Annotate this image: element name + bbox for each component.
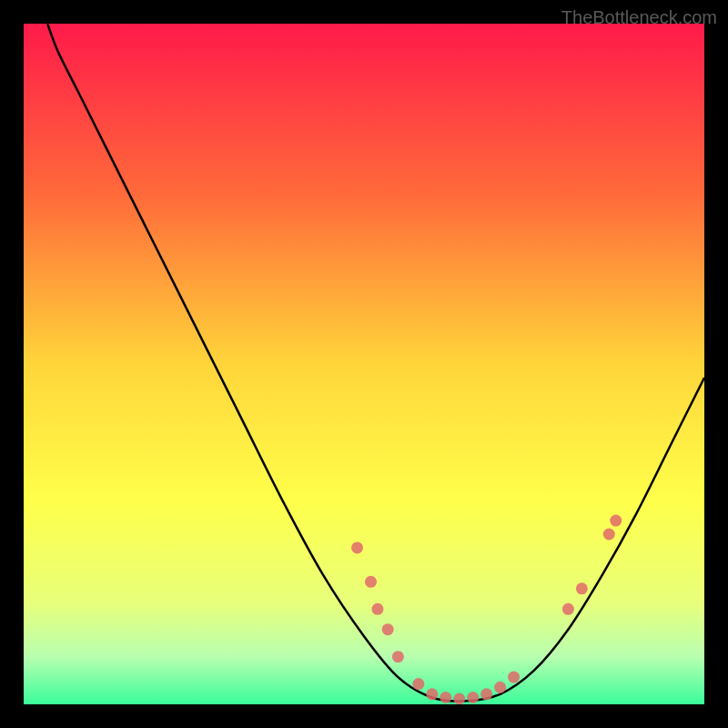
data-point <box>610 515 622 527</box>
data-point <box>426 688 438 700</box>
data-point <box>412 678 424 690</box>
data-point <box>453 693 465 704</box>
data-point <box>351 541 363 553</box>
data-point <box>365 576 377 588</box>
watermark-text: TheBottleneck.com <box>561 7 717 28</box>
data-point <box>494 682 506 693</box>
data-point <box>480 688 492 700</box>
data-point <box>382 623 394 635</box>
bottleneck-curve <box>47 24 704 702</box>
data-point <box>562 603 574 615</box>
data-point <box>392 651 404 662</box>
data-point <box>576 582 588 594</box>
chart-curve <box>24 24 704 704</box>
plot-area <box>24 24 704 704</box>
data-point <box>440 692 451 703</box>
data-point <box>603 529 615 541</box>
data-point <box>467 692 479 703</box>
data-point <box>508 672 520 683</box>
data-point <box>371 603 383 615</box>
